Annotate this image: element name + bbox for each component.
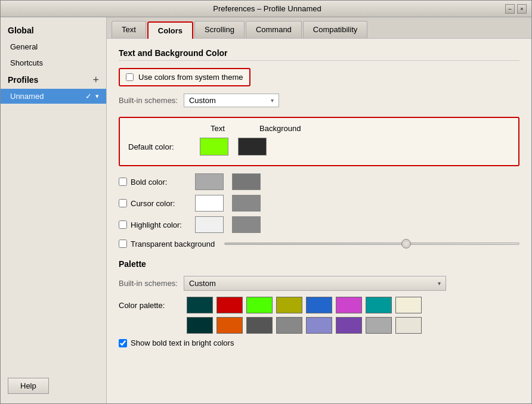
palette-swatch-16[interactable]: [395, 317, 422, 334]
slider-track: [224, 243, 519, 245]
highlight-color-row: Highlight color:: [119, 216, 519, 233]
window-title: Preferences – Profile Unnamed: [29, 4, 505, 13]
add-profile-button[interactable]: +: [92, 74, 99, 85]
show-bold-checkbox[interactable]: [119, 339, 127, 347]
text-bg-color-title: Text and Background Color: [119, 48, 519, 61]
main-content: Global General Shortcuts Profiles + Unna…: [1, 17, 531, 403]
show-bold-row: Show bold text in bright colors: [119, 338, 519, 347]
highlight-text-color-swatch[interactable]: [195, 216, 224, 233]
system-theme-checkbox[interactable]: [126, 73, 134, 81]
palette-schemes-row: Built-in schemes: Custom ▾: [119, 276, 519, 291]
palette-swatch-11[interactable]: [246, 317, 273, 334]
palette-swatch-9[interactable]: [187, 317, 213, 334]
profiles-header: Profiles +: [1, 71, 106, 89]
default-text-color-swatch[interactable]: [200, 138, 228, 156]
bg-col-header: Background: [259, 124, 295, 133]
builtin-schemes-value: Custom: [189, 96, 271, 105]
preferences-window: Preferences – Profile Unnamed – × Global…: [0, 0, 532, 404]
color-palette-row2: [119, 317, 519, 334]
right-panel: Text Colors Scrolling Command Compatibil…: [107, 17, 531, 403]
palette-swatch-8[interactable]: [395, 297, 422, 313]
color-headers: Text Background: [128, 124, 510, 133]
palette-swatch-7[interactable]: [366, 297, 392, 313]
color-palette-label: Color palette:: [119, 301, 183, 310]
sidebar-bottom: Help: [1, 373, 106, 399]
palette-schemes-label: Built-in schemes:: [119, 279, 178, 288]
bold-color-checkbox[interactable]: [119, 178, 127, 186]
palette-swatch-14[interactable]: [336, 317, 362, 334]
default-color-row: Default color:: [128, 138, 510, 156]
profiles-label: Profiles: [8, 75, 38, 85]
transparent-bg-checkbox[interactable]: [119, 240, 127, 248]
palette-swatch-10[interactable]: [216, 317, 243, 334]
system-theme-label: Use colors from system theme: [138, 73, 243, 82]
default-color-label: Default color:: [128, 142, 200, 151]
sidebar-profile-unnamed[interactable]: Unnamed ✓ ▾: [1, 89, 106, 104]
cursor-color-checkbox[interactable]: [119, 199, 127, 207]
palette-swatch-3[interactable]: [246, 297, 273, 313]
minimize-button[interactable]: –: [505, 4, 515, 14]
bold-bg-color-swatch[interactable]: [232, 173, 261, 190]
transparency-slider[interactable]: [224, 238, 519, 250]
show-bold-label: Show bold text in bright colors: [131, 338, 234, 347]
palette-title: Palette: [119, 259, 519, 269]
cursor-bg-color-swatch[interactable]: [232, 195, 261, 212]
help-button[interactable]: Help: [8, 378, 49, 394]
profile-name: Unnamed: [10, 92, 44, 101]
titlebar: Preferences – Profile Unnamed – ×: [1, 1, 531, 17]
tab-scrolling[interactable]: Scrolling: [194, 21, 245, 38]
cursor-text-color-swatch[interactable]: [195, 195, 224, 212]
color-columns-box: Text Background Default color:: [119, 117, 519, 166]
palette-swatch-2[interactable]: [216, 297, 243, 313]
bold-color-row: Bold color:: [119, 173, 519, 190]
tab-bar: Text Colors Scrolling Command Compatibil…: [107, 17, 531, 39]
palette-swatch-12[interactable]: [276, 317, 302, 334]
palette-swatch-5[interactable]: [306, 297, 332, 313]
sidebar-item-shortcuts[interactable]: Shortcuts: [1, 55, 106, 71]
text-col-header: Text: [200, 124, 236, 133]
bold-text-color-swatch[interactable]: [195, 173, 224, 190]
cursor-color-row: Cursor color:: [119, 195, 519, 212]
transparent-bg-row: Transparent background: [119, 238, 519, 250]
profile-icons: ✓ ▾: [85, 92, 99, 101]
slider-thumb[interactable]: [401, 239, 411, 248]
highlight-color-label: Highlight color:: [131, 220, 195, 229]
palette-swatch-4[interactable]: [276, 297, 302, 313]
palette-schemes-dropdown[interactable]: Custom ▾: [184, 276, 446, 291]
palette-swatch-6[interactable]: [336, 297, 362, 313]
sidebar: Global General Shortcuts Profiles + Unna…: [1, 17, 107, 403]
global-section-label: Global: [1, 22, 106, 39]
palette-schemes-value: Custom: [189, 279, 438, 288]
tab-text[interactable]: Text: [112, 21, 146, 38]
system-theme-box: Use colors from system theme: [119, 68, 250, 86]
sidebar-item-general[interactable]: General: [1, 39, 106, 55]
tab-command[interactable]: Command: [246, 21, 302, 38]
schemes-dropdown-arrow-icon: ▾: [271, 97, 274, 104]
palette-dropdown-arrow-icon: ▾: [438, 280, 441, 287]
transparent-bg-label: Transparent background: [131, 240, 215, 248]
close-button[interactable]: ×: [517, 4, 527, 14]
builtin-schemes-row: Built-in schemes: Custom ▾: [119, 94, 519, 107]
content-area: Text and Background Color Use colors fro…: [107, 39, 531, 403]
builtin-schemes-label: Built-in schemes:: [119, 96, 178, 105]
highlight-color-checkbox[interactable]: [119, 220, 127, 229]
palette-swatch-15[interactable]: [366, 317, 392, 334]
builtin-schemes-dropdown[interactable]: Custom ▾: [184, 94, 279, 107]
color-palette-row1: Color palette:: [119, 297, 519, 313]
profile-check-icon: ✓: [85, 92, 92, 101]
bold-color-label: Bold color:: [131, 178, 195, 187]
tab-colors[interactable]: Colors: [147, 21, 193, 39]
profile-arrow-icon: ▾: [95, 92, 99, 100]
cursor-color-label: Cursor color:: [131, 199, 195, 208]
default-bg-color-swatch[interactable]: [238, 138, 267, 156]
tab-compatibility[interactable]: Compatibility: [303, 21, 367, 38]
highlight-bg-color-swatch[interactable]: [232, 216, 261, 233]
palette-swatch-13[interactable]: [306, 317, 332, 334]
titlebar-buttons: – ×: [505, 4, 527, 14]
palette-swatch-1[interactable]: [187, 297, 213, 313]
